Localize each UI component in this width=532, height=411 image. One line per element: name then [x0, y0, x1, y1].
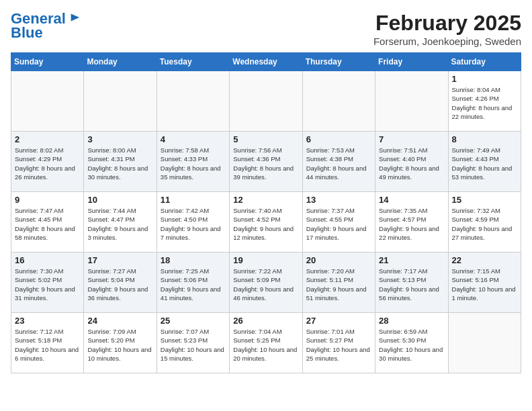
day-info: Sunrise: 7:42 AM Sunset: 4:50 PM Dayligh… — [161, 206, 226, 242]
day-number: 12 — [233, 195, 298, 205]
day-number: 23 — [15, 316, 80, 326]
calendar-cell: 24Sunrise: 7:09 AM Sunset: 5:20 PM Dayli… — [84, 313, 157, 373]
calendar-cell: 18Sunrise: 7:25 AM Sunset: 5:06 PM Dayli… — [157, 253, 229, 313]
day-info: Sunrise: 7:32 AM Sunset: 4:59 PM Dayligh… — [452, 206, 517, 242]
day-info: Sunrise: 7:15 AM Sunset: 5:16 PM Dayligh… — [452, 267, 517, 302]
day-number: 28 — [379, 316, 444, 326]
day-info: Sunrise: 7:53 AM Sunset: 4:38 PM Dayligh… — [306, 146, 371, 181]
calendar-cell: 8Sunrise: 7:49 AM Sunset: 4:43 PM Daylig… — [448, 132, 521, 192]
page-header: General Blue February 2025 Forserum, Joe… — [11, 11, 521, 47]
day-info: Sunrise: 7:40 AM Sunset: 4:52 PM Dayligh… — [233, 206, 298, 242]
calendar-cell: 6Sunrise: 7:53 AM Sunset: 4:38 PM Daylig… — [302, 132, 375, 192]
calendar-cell: 7Sunrise: 7:51 AM Sunset: 4:40 PM Daylig… — [375, 132, 448, 192]
day-number: 15 — [452, 195, 517, 205]
day-number: 16 — [15, 255, 80, 265]
day-number: 14 — [379, 195, 444, 205]
calendar-cell — [448, 313, 521, 373]
day-info: Sunrise: 7:01 AM Sunset: 5:27 PM Dayligh… — [306, 327, 371, 363]
day-info: Sunrise: 7:20 AM Sunset: 5:11 PM Dayligh… — [306, 267, 371, 302]
day-info: Sunrise: 7:07 AM Sunset: 5:23 PM Dayligh… — [161, 327, 226, 363]
calendar-cell — [375, 71, 448, 132]
day-info: Sunrise: 7:22 AM Sunset: 5:09 PM Dayligh… — [233, 267, 298, 302]
calendar-cell: 15Sunrise: 7:32 AM Sunset: 4:59 PM Dayli… — [448, 192, 521, 253]
calendar-cell: 27Sunrise: 7:01 AM Sunset: 5:27 PM Dayli… — [302, 313, 375, 373]
day-number: 27 — [306, 316, 371, 326]
calendar-week-5: 23Sunrise: 7:12 AM Sunset: 5:18 PM Dayli… — [11, 313, 521, 373]
weekday-header-thursday: Thursday — [302, 53, 375, 71]
calendar-header-row: SundayMondayTuesdayWednesdayThursdayFrid… — [11, 53, 521, 71]
day-info: Sunrise: 7:30 AM Sunset: 5:02 PM Dayligh… — [15, 267, 80, 302]
calendar-cell: 12Sunrise: 7:40 AM Sunset: 4:52 PM Dayli… — [230, 192, 302, 253]
calendar-cell: 2Sunrise: 8:02 AM Sunset: 4:29 PM Daylig… — [11, 132, 84, 192]
day-number: 22 — [452, 255, 517, 265]
day-number: 25 — [161, 316, 226, 326]
calendar-week-4: 16Sunrise: 7:30 AM Sunset: 5:02 PM Dayli… — [11, 253, 521, 313]
day-info: Sunrise: 7:56 AM Sunset: 4:36 PM Dayligh… — [233, 146, 298, 181]
logo-arrow-icon — [69, 11, 81, 24]
calendar-cell: 17Sunrise: 7:27 AM Sunset: 5:04 PM Dayli… — [84, 253, 157, 313]
day-info: Sunrise: 7:51 AM Sunset: 4:40 PM Dayligh… — [379, 146, 444, 181]
calendar-cell: 10Sunrise: 7:44 AM Sunset: 4:47 PM Dayli… — [84, 192, 157, 253]
day-info: Sunrise: 7:04 AM Sunset: 5:25 PM Dayligh… — [233, 327, 298, 363]
day-info: Sunrise: 7:25 AM Sunset: 5:06 PM Dayligh… — [161, 267, 226, 302]
day-info: Sunrise: 7:49 AM Sunset: 4:43 PM Dayligh… — [452, 146, 517, 181]
day-number: 7 — [379, 134, 444, 144]
day-info: Sunrise: 8:04 AM Sunset: 4:26 PM Dayligh… — [452, 85, 517, 121]
calendar-week-2: 2Sunrise: 8:02 AM Sunset: 4:29 PM Daylig… — [11, 132, 521, 192]
day-info: Sunrise: 7:17 AM Sunset: 5:13 PM Dayligh… — [379, 267, 444, 302]
day-info: Sunrise: 7:44 AM Sunset: 4:47 PM Dayligh… — [87, 206, 152, 242]
day-info: Sunrise: 8:02 AM Sunset: 4:29 PM Dayligh… — [15, 146, 80, 181]
weekday-header-tuesday: Tuesday — [157, 53, 229, 71]
day-info: Sunrise: 8:00 AM Sunset: 4:31 PM Dayligh… — [87, 146, 152, 181]
title-area: February 2025 Forserum, Joenkoeping, Swe… — [373, 11, 521, 47]
calendar-cell: 3Sunrise: 8:00 AM Sunset: 4:31 PM Daylig… — [84, 132, 157, 192]
day-info: Sunrise: 7:12 AM Sunset: 5:18 PM Dayligh… — [15, 327, 80, 363]
location-title: Forserum, Joenkoeping, Sweden — [373, 36, 521, 47]
day-number: 19 — [233, 255, 298, 265]
day-number: 13 — [306, 195, 371, 205]
day-number: 26 — [233, 316, 298, 326]
logo: General Blue — [11, 11, 81, 42]
day-number: 10 — [87, 195, 152, 205]
day-number: 1 — [452, 74, 517, 84]
day-info: Sunrise: 7:58 AM Sunset: 4:33 PM Dayligh… — [161, 146, 226, 181]
calendar-cell: 14Sunrise: 7:35 AM Sunset: 4:57 PM Dayli… — [375, 192, 448, 253]
calendar-cell: 23Sunrise: 7:12 AM Sunset: 5:18 PM Dayli… — [11, 313, 84, 373]
calendar-cell: 1Sunrise: 8:04 AM Sunset: 4:26 PM Daylig… — [448, 71, 521, 132]
calendar-table: SundayMondayTuesdayWednesdayThursdayFrid… — [11, 52, 521, 373]
svg-marker-0 — [71, 14, 80, 21]
day-number: 3 — [87, 134, 152, 144]
calendar-cell — [157, 71, 229, 132]
day-number: 9 — [15, 195, 80, 205]
calendar-cell: 13Sunrise: 7:37 AM Sunset: 4:55 PM Dayli… — [302, 192, 375, 253]
day-number: 8 — [452, 134, 517, 144]
weekday-header-wednesday: Wednesday — [230, 53, 302, 71]
day-number: 6 — [306, 134, 371, 144]
day-number: 18 — [161, 255, 226, 265]
calendar-cell — [11, 71, 84, 132]
calendar-cell: 19Sunrise: 7:22 AM Sunset: 5:09 PM Dayli… — [230, 253, 302, 313]
weekday-header-friday: Friday — [375, 53, 448, 71]
weekday-header-monday: Monday — [84, 53, 157, 71]
month-title: February 2025 — [373, 11, 521, 36]
calendar-cell: 16Sunrise: 7:30 AM Sunset: 5:02 PM Dayli… — [11, 253, 84, 313]
day-info: Sunrise: 6:59 AM Sunset: 5:30 PM Dayligh… — [379, 327, 444, 363]
day-number: 21 — [379, 255, 444, 265]
day-info: Sunrise: 7:37 AM Sunset: 4:55 PM Dayligh… — [306, 206, 371, 242]
calendar-cell: 21Sunrise: 7:17 AM Sunset: 5:13 PM Dayli… — [375, 253, 448, 313]
logo-blue-text: Blue — [11, 24, 43, 42]
day-number: 5 — [233, 134, 298, 144]
day-number: 24 — [87, 316, 152, 326]
calendar-cell — [230, 71, 302, 132]
weekday-header-sunday: Sunday — [11, 53, 84, 71]
calendar-cell: 5Sunrise: 7:56 AM Sunset: 4:36 PM Daylig… — [230, 132, 302, 192]
day-number: 2 — [15, 134, 80, 144]
calendar-cell — [302, 71, 375, 132]
day-info: Sunrise: 7:35 AM Sunset: 4:57 PM Dayligh… — [379, 206, 444, 242]
day-info: Sunrise: 7:27 AM Sunset: 5:04 PM Dayligh… — [87, 267, 152, 302]
day-number: 20 — [306, 255, 371, 265]
day-number: 11 — [161, 195, 226, 205]
day-number: 4 — [161, 134, 226, 144]
weekday-header-saturday: Saturday — [448, 53, 521, 71]
calendar-cell — [84, 71, 157, 132]
